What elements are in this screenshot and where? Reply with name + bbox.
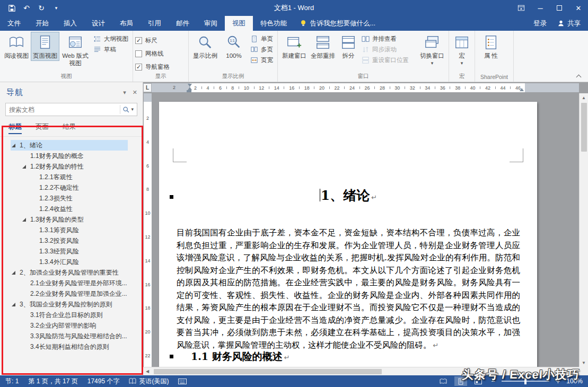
- vertical-scrollbar-thumb[interactable]: [581, 103, 587, 152]
- body-text[interactable]: 目前我国国有企业由于底子差，资本金不足，资金短缺，资本结构不合理，负债率过高，企…: [177, 228, 520, 350]
- status-page-number[interactable]: 第 1 页，共 17 页: [28, 377, 77, 386]
- nav-item[interactable]: 3.1符合企业总目标的原则: [11, 310, 128, 320]
- search-icon[interactable]: [122, 106, 129, 113]
- nav-item[interactable]: 2、加强企业财务风险管理的重要性: [11, 267, 128, 278]
- synchronous-scrolling-button[interactable]: 同步滚动: [362, 46, 416, 54]
- ribbon-tab-7[interactable]: 邮件: [169, 16, 197, 31]
- horizontal-scrollbar[interactable]: ◀ ▶: [143, 367, 579, 375]
- gridlines-checkbox[interactable]: 网格线: [135, 48, 164, 59]
- print-layout-view-button[interactable]: [454, 376, 467, 386]
- outline-view-button[interactable]: 大纲视图: [93, 35, 128, 43]
- ruler-checkbox[interactable]: ✓ 标尺: [135, 35, 157, 46]
- right-indent-marker[interactable]: [520, 88, 524, 91]
- view-side-by-side-button[interactable]: 并排查看: [362, 35, 416, 43]
- ribbon-tab-5[interactable]: 布局: [112, 16, 141, 31]
- reset-window-position-button[interactable]: 重设窗口位置: [362, 56, 416, 64]
- status-word-count[interactable]: 17495 个字: [87, 377, 120, 386]
- status-section[interactable]: 节: 1: [5, 377, 19, 386]
- close-button[interactable]: ✕: [569, 0, 588, 16]
- document-heading-1[interactable]: 1、绪论↵: [177, 187, 520, 204]
- redo-button[interactable]: ↻: [35, 2, 48, 14]
- nav-item[interactable]: 1.3.3经营风险: [11, 246, 128, 257]
- nav-item[interactable]: 1.2.3损失性: [11, 193, 128, 204]
- nav-pane-tab-1[interactable]: 标题: [8, 122, 22, 134]
- scroll-up-arrow[interactable]: ▲: [580, 93, 588, 102]
- ribbon-tab-1[interactable]: 文件: [0, 16, 28, 31]
- collapse-triangle-icon[interactable]: [12, 303, 15, 306]
- heading-text[interactable]: 1、绪论: [321, 188, 370, 203]
- draft-view-button[interactable]: 草稿: [93, 46, 128, 54]
- ribbon-tab-2[interactable]: 开始: [28, 16, 56, 31]
- pane-options-button[interactable]: ▾: [123, 89, 126, 96]
- page-width-button[interactable]: 页宽: [250, 56, 273, 64]
- vertical-scrollbar[interactable]: ▲ ▼: [579, 93, 588, 367]
- nav-item[interactable]: 1.2.1客观性: [11, 172, 128, 182]
- macros-button[interactable]: 宏 ▾: [451, 32, 472, 67]
- nav-item[interactable]: 3.2企业内部管理的影响: [11, 320, 128, 331]
- nav-item[interactable]: 3.3风险防范与风险处理相结合的...: [11, 331, 128, 341]
- zoom-slider[interactable]: [502, 381, 549, 382]
- scroll-left-arrow[interactable]: ◀: [143, 367, 152, 376]
- nav-item[interactable]: 1.3.1筹资风险: [11, 225, 128, 235]
- ribbon-tab-6[interactable]: 引用: [141, 16, 169, 31]
- nav-pane-tab-3[interactable]: 结果: [63, 122, 76, 134]
- zoom-out-button[interactable]: −: [489, 377, 497, 385]
- one-page-button[interactable]: 单页: [250, 35, 273, 43]
- save-button[interactable]: [5, 2, 18, 14]
- ribbon-tab-10[interactable]: 特色功能: [253, 16, 294, 31]
- ribbon-tab-8[interactable]: 审阅: [197, 16, 225, 31]
- minimize-button[interactable]: ─: [531, 0, 550, 16]
- nav-item[interactable]: 1.2.2不确定性: [11, 182, 128, 193]
- read-mode-button[interactable]: 阅读视图: [2, 32, 31, 61]
- nav-item[interactable]: 2.2企业财务风险管理是加强企业...: [11, 288, 128, 299]
- zoom-in-button[interactable]: +: [554, 377, 561, 385]
- sign-in-link[interactable]: 登录: [533, 19, 547, 28]
- nav-item[interactable]: 3、我国企业财务风险控制的原则: [11, 299, 128, 310]
- read-mode-view-button[interactable]: [437, 376, 450, 386]
- collapse-triangle-icon[interactable]: [12, 144, 15, 147]
- new-window-button[interactable]: 新建窗口: [280, 32, 309, 61]
- heading-text[interactable]: 1.1 财务风险的概述: [191, 350, 283, 362]
- arrange-all-button[interactable]: 全部重排: [309, 32, 337, 61]
- print-layout-button[interactable]: 页面视图: [31, 32, 59, 61]
- split-button[interactable]: 拆分: [337, 32, 359, 61]
- search-input[interactable]: [6, 106, 118, 113]
- nav-item[interactable]: 1.3财务风险的类型: [11, 214, 128, 225]
- horizontal-scrollbar-thumb[interactable]: [154, 369, 382, 374]
- nav-item[interactable]: 3.4长短期利益相结合的原则: [11, 341, 128, 352]
- properties-button[interactable]: 属 性: [477, 32, 505, 61]
- tell-me-box[interactable]: 告诉我您想要做什么...: [294, 16, 381, 31]
- switch-windows-button[interactable]: 切换窗口 ▾: [418, 32, 446, 67]
- document-page[interactable]: 1、绪论↵ 目前我国国有企业由于底子差，资本金不足，资金短缺，资本结构不合理，负…: [159, 102, 537, 375]
- nav-item[interactable]: 1.2.4收益性: [11, 204, 128, 214]
- nav-item[interactable]: 1.3.4外汇风险: [11, 257, 128, 267]
- document-body-paragraph[interactable]: 目前我国国有企业由于底子差，资本金不足，资金短缺，资本结构不合理，负债率过高，企…: [177, 227, 520, 351]
- status-ime[interactable]: [178, 379, 187, 384]
- zoom-percent[interactable]: 100%: [566, 377, 583, 385]
- share-button[interactable]: 共享: [557, 19, 581, 28]
- zoom-button[interactable]: 显示比例: [191, 32, 220, 61]
- search-dropdown-icon[interactable]: ▾: [131, 107, 134, 112]
- zoom-100-button[interactable]: 1:1 100%: [220, 32, 248, 61]
- ribbon-tab-4[interactable]: 设计: [84, 16, 112, 31]
- maximize-button[interactable]: [550, 0, 569, 16]
- collapse-triangle-icon[interactable]: [22, 218, 26, 222]
- ribbon-tab-9[interactable]: 视图: [225, 16, 253, 31]
- collapse-ribbon-button[interactable]: [577, 74, 582, 78]
- undo-button[interactable]: ↶: [20, 2, 33, 14]
- customize-qat-button[interactable]: ▾: [50, 2, 63, 14]
- document-heading-2[interactable]: 1.1 财务风险的概述↵: [191, 350, 290, 364]
- nav-item[interactable]: 1.2财务风险的特性: [11, 161, 128, 172]
- collapse-triangle-icon[interactable]: [22, 165, 26, 169]
- nav-item[interactable]: 2.1企业财务风险管理是外部环境...: [11, 278, 128, 288]
- web-layout-view-button[interactable]: [472, 376, 485, 386]
- nav-pane-tab-2[interactable]: 页面: [36, 122, 49, 134]
- status-proofing[interactable]: 英语(美国): [129, 377, 169, 386]
- zoom-slider-thumb[interactable]: [524, 378, 526, 384]
- ribbon-tab-3[interactable]: 插入: [56, 16, 84, 31]
- ribbon-display-options-button[interactable]: [512, 0, 531, 16]
- collapse-triangle-icon[interactable]: [12, 271, 15, 275]
- left-indent-marker[interactable]: [187, 90, 191, 92]
- tab-stop-selector[interactable]: L: [143, 83, 152, 92]
- navigation-pane-checkbox[interactable]: ✓ 导航窗格: [135, 61, 170, 73]
